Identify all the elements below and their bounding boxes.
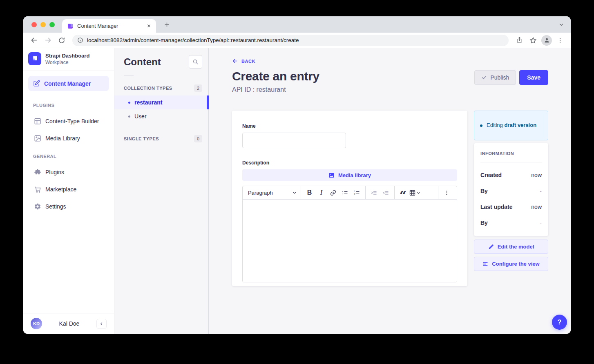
main-sidebar: Strapi Dashboard Workplace Content Manag… xyxy=(23,48,114,334)
nav-section-general-label: GENERAL xyxy=(23,147,114,164)
more-options-button[interactable] xyxy=(441,187,453,198)
workspace-subtitle: Workplace xyxy=(45,60,89,65)
user-avatar[interactable]: KD xyxy=(31,318,42,329)
browser-back-button[interactable] xyxy=(28,35,40,46)
tab-overview-chevron-icon[interactable] xyxy=(558,22,564,27)
browser-refresh-button[interactable] xyxy=(56,35,67,46)
publish-button[interactable]: Publish xyxy=(474,70,516,85)
configure-view-label: Configure the view xyxy=(492,261,539,267)
browser-profile-avatar[interactable] xyxy=(541,35,552,46)
entry-aside: Editing draft version INFORMATION Create… xyxy=(474,111,548,271)
info-row-value: now xyxy=(531,172,542,178)
save-button[interactable]: Save xyxy=(519,70,548,85)
url-text: localhost:8082/admin/content-manager/col… xyxy=(87,37,299,43)
back-link[interactable]: BACK xyxy=(232,58,255,64)
subnav-item-restaurant[interactable]: restaurant xyxy=(114,95,208,109)
browser-toolbar: localhost:8082/admin/content-manager/col… xyxy=(23,33,571,48)
entry-form-card: Name Description Media library Paragraph xyxy=(232,111,467,286)
sidebar-item-media-library[interactable]: Media Library xyxy=(23,130,114,147)
edit-pen-icon xyxy=(33,80,40,87)
bullet-icon xyxy=(128,115,130,118)
tab-strip: Content Manager xyxy=(23,16,571,33)
tab-title: Content Manager xyxy=(77,23,147,29)
link-button[interactable] xyxy=(327,187,339,198)
search-icon xyxy=(192,59,199,65)
block-type-value: Paragraph xyxy=(248,190,273,196)
configure-lines-icon xyxy=(482,261,488,267)
collapse-sidebar-button[interactable] xyxy=(96,319,107,329)
workspace-brand[interactable]: Strapi Dashboard Workplace xyxy=(23,48,114,71)
browser-menu-icon[interactable] xyxy=(554,35,566,46)
block-type-select[interactable]: Paragraph xyxy=(247,190,298,196)
information-title: INFORMATION xyxy=(480,151,542,156)
information-divider xyxy=(480,162,542,162)
numbered-list-button[interactable]: 12 xyxy=(351,187,363,198)
maximize-window-button[interactable] xyxy=(49,22,55,27)
subnav-title: Content xyxy=(124,56,161,68)
image-icon xyxy=(34,135,41,142)
user-name: Kai Doe xyxy=(42,320,96,327)
description-field-label: Description xyxy=(242,160,457,166)
window-controls xyxy=(31,22,55,27)
link-icon xyxy=(330,190,336,196)
browser-forward-button[interactable] xyxy=(42,35,54,46)
edit-model-label: Edit the model xyxy=(498,244,534,250)
outdent-button[interactable] xyxy=(380,187,392,198)
kebab-menu-icon xyxy=(444,190,450,196)
rich-text-editor: Paragraph B I xyxy=(242,186,457,282)
new-tab-button[interactable] xyxy=(162,20,171,29)
subnav-item-label: User xyxy=(134,113,147,120)
minimize-window-button[interactable] xyxy=(40,22,46,27)
media-library-icon xyxy=(328,172,335,178)
content-subnav: Content COLLECTION TYPES 2 restaurant Us… xyxy=(114,48,209,334)
bold-button[interactable]: B xyxy=(304,187,315,198)
check-icon xyxy=(481,75,487,80)
sidebar-item-label: Content-Type Builder xyxy=(45,118,99,124)
indent-button[interactable] xyxy=(368,187,380,198)
table-icon xyxy=(409,189,416,196)
toolbar-divider xyxy=(394,186,395,200)
strapi-app: Strapi Dashboard Workplace Content Manag… xyxy=(23,48,571,334)
sidebar-item-plugins[interactable]: Plugins xyxy=(23,164,114,181)
browser-tab[interactable]: Content Manager xyxy=(62,19,156,33)
close-window-button[interactable] xyxy=(31,22,37,27)
help-button[interactable]: ? xyxy=(552,315,567,330)
media-library-button[interactable]: Media library xyxy=(242,169,457,181)
info-row-label: By xyxy=(480,188,488,194)
single-types-label: SINGLE TYPES xyxy=(124,136,159,141)
name-field[interactable] xyxy=(242,133,346,148)
table-button[interactable] xyxy=(409,189,421,196)
italic-button[interactable]: I xyxy=(315,187,327,198)
draft-status-prefix: Editing xyxy=(487,122,503,128)
sidebar-item-content-manager[interactable]: Content Manager xyxy=(28,76,109,91)
sidebar-item-marketplace[interactable]: Marketplace xyxy=(23,181,114,198)
name-field-label: Name xyxy=(242,123,457,129)
address-bar[interactable]: localhost:8082/admin/content-manager/col… xyxy=(72,35,509,46)
strapi-logo-icon xyxy=(28,52,41,65)
sidebar-item-label: Marketplace xyxy=(45,186,76,193)
edit-model-button[interactable]: Edit the model xyxy=(474,240,548,254)
sidebar-item-label: Content Manager xyxy=(44,80,91,87)
shopping-cart-icon xyxy=(34,186,41,193)
share-icon[interactable] xyxy=(514,35,525,46)
description-editor-area[interactable] xyxy=(243,200,457,282)
draft-status-bold: draft version xyxy=(504,122,536,128)
back-label: BACK xyxy=(241,59,255,64)
tab-close-icon[interactable] xyxy=(147,24,151,28)
info-row-value: - xyxy=(540,188,542,194)
pencil-icon xyxy=(488,244,494,250)
configure-view-button[interactable]: Configure the view xyxy=(474,257,548,271)
main-content: BACK Create an entry API ID : restaurant… xyxy=(209,48,571,334)
search-button[interactable] xyxy=(189,55,202,69)
sidebar-item-label: Media Library xyxy=(45,135,80,142)
sidebar-item-settings[interactable]: Settings xyxy=(23,198,114,215)
subnav-item-user[interactable]: User xyxy=(114,109,208,123)
bullet-list-button[interactable] xyxy=(339,187,351,198)
strapi-favicon-icon xyxy=(67,23,74,29)
api-id-subtitle: API ID : restaurant xyxy=(232,86,319,93)
info-row-value: - xyxy=(540,220,542,226)
bookmark-star-icon[interactable] xyxy=(527,35,539,46)
sidebar-item-content-type-builder[interactable]: Content-Type Builder xyxy=(23,113,114,130)
site-info-icon[interactable] xyxy=(77,37,83,43)
blockquote-button[interactable]: “ xyxy=(397,187,409,198)
